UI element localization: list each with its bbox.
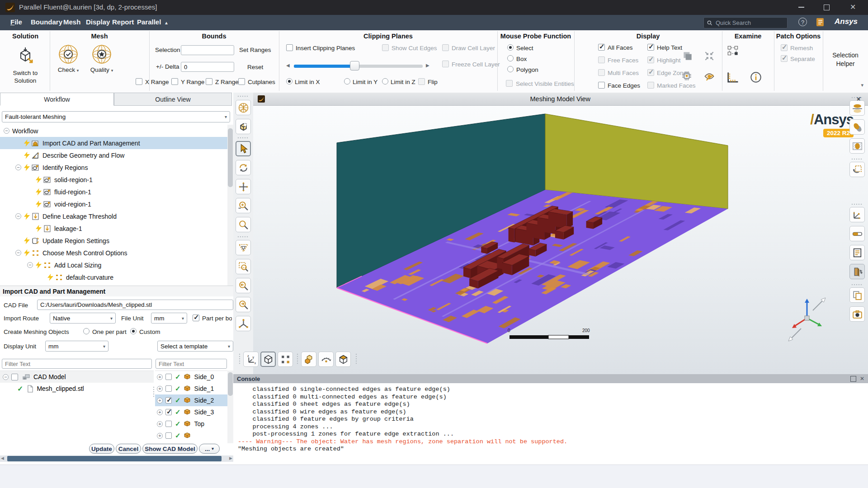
- collapse-icon[interactable]: −: [15, 250, 21, 256]
- collapse-icon[interactable]: −: [15, 213, 21, 219]
- cad-model-checkbox[interactable]: [11, 374, 18, 380]
- draw-cell-layer-checkbox[interactable]: [442, 44, 449, 51]
- face-edges-checkbox[interactable]: [598, 82, 605, 89]
- limit-in-x-radio[interactable]: [286, 78, 292, 84]
- tool-zoom-probe-icon[interactable]: [236, 217, 251, 232]
- object-checkbox[interactable]: [165, 432, 172, 439]
- tool-zoom-box-icon[interactable]: [236, 259, 251, 274]
- clip-slider-track[interactable]: [294, 65, 423, 68]
- tab-workflow[interactable]: Workflow: [0, 93, 114, 106]
- expand-icon[interactable]: +: [157, 374, 163, 380]
- set-ranges-button[interactable]: Set Ranges: [239, 47, 271, 53]
- button-show-cad-model[interactable]: Show CAD Model: [142, 444, 198, 454]
- expand-icon[interactable]: +: [157, 409, 163, 415]
- tool-axes-box-icon[interactable]: [236, 119, 251, 134]
- tool-cube-face-icon[interactable]: [335, 352, 351, 367]
- maximize-button[interactable]: [824, 5, 830, 10]
- mesh-quality-button[interactable]: Quality ▾: [87, 44, 117, 73]
- flip-checkbox[interactable]: [418, 78, 425, 85]
- tree-item-add-local-sizing[interactable]: −Add Local Sizing: [0, 259, 227, 271]
- tool-select-cursor-icon[interactable]: [236, 141, 251, 156]
- object-row-side_1[interactable]: +✓Side_1: [155, 383, 227, 394]
- objects-filter-input[interactable]: [156, 359, 227, 369]
- all-faces-checkbox[interactable]: [598, 44, 605, 51]
- tool-mesh-display-icon[interactable]: [236, 100, 251, 115]
- copy-zones-icon[interactable]: [682, 50, 693, 64]
- workflow-tree-scrollbar[interactable]: [227, 125, 233, 286]
- probe-box-radio[interactable]: [507, 55, 514, 61]
- template-select[interactable]: Select a template▾: [157, 341, 233, 352]
- journal-icon[interactable]: [815, 17, 826, 28]
- panel-h-scrollbar[interactable]: ◀ ▶: [0, 455, 233, 462]
- help-icon[interactable]: ?: [798, 18, 807, 26]
- expand-icon[interactable]: +: [157, 398, 163, 404]
- tool-view-xyz-icon[interactable]: zxy: [243, 352, 259, 367]
- tool-surface-probe-icon[interactable]: [236, 240, 251, 255]
- tab-outline-view[interactable]: Outline View: [114, 93, 232, 106]
- expand-icon[interactable]: +: [157, 386, 163, 392]
- limit-in-z-radio[interactable]: [382, 78, 388, 84]
- button-cancel[interactable]: Cancel: [116, 444, 141, 454]
- probe-polygon-radio[interactable]: [507, 66, 514, 72]
- cad-file-input[interactable]: [37, 300, 233, 310]
- part-per-body-checkbox[interactable]: [193, 314, 199, 321]
- tree-item-default-curvature[interactable]: default-curvature: [0, 271, 227, 283]
- compress-view-icon[interactable]: [703, 50, 715, 64]
- chip-display-icon[interactable]: [681, 70, 693, 84]
- quick-search-box[interactable]: Quick Search: [703, 17, 788, 28]
- tool-compare-zones-icon[interactable]: [849, 264, 865, 279]
- tool-iso-cube-icon[interactable]: [260, 352, 276, 367]
- tool-perspective-icon[interactable]: [318, 352, 334, 367]
- selection-helper-button[interactable]: Selection Helper ▾: [824, 31, 867, 91]
- tool-mirror-icon[interactable]: [849, 100, 865, 116]
- menu-parallel[interactable]: Parallel: [137, 18, 161, 26]
- graphics-scene[interactable]: 0200: [253, 93, 868, 374]
- tool-previous-view-icon[interactable]: [236, 278, 251, 293]
- object-checkbox[interactable]: [165, 397, 172, 404]
- menu-file[interactable]: File: [10, 18, 22, 26]
- marked-faces-checkbox[interactable]: [647, 82, 654, 89]
- collapse-ribbon-icon[interactable]: ▲: [164, 20, 169, 25]
- tool-copy-cubes-icon[interactable]: [301, 352, 316, 367]
- menu-mesh[interactable]: Mesh: [63, 18, 80, 26]
- tree-item-workflow[interactable]: −Workflow: [0, 125, 227, 137]
- object-list-scrollbar[interactable]: [227, 371, 233, 443]
- object-checkbox[interactable]: [165, 374, 172, 380]
- workflow-type-select[interactable]: Fault-tolerant Meshing▾: [2, 111, 230, 122]
- tree-item-import-cad-and-part-management[interactable]: Import CAD and Part Management: [0, 137, 227, 149]
- tree-item-identify-regions[interactable]: −Identify Regions: [0, 161, 227, 174]
- menu-report[interactable]: Report: [112, 18, 134, 26]
- mesh-check-button[interactable]: Check ▾: [53, 44, 83, 73]
- import-route-select[interactable]: Native▾: [50, 313, 116, 324]
- tree-item-leakage-1[interactable]: leakage-1: [0, 222, 227, 235]
- object-row-side_2[interactable]: +✓Side_2: [155, 394, 227, 406]
- menu-display[interactable]: Display: [86, 18, 110, 26]
- object-checkbox[interactable]: [165, 421, 172, 427]
- y-range-checkbox[interactable]: [171, 78, 178, 85]
- node-select-icon[interactable]: [726, 45, 740, 58]
- close-button[interactable]: ✕: [850, 3, 856, 11]
- object-row-side_3[interactable]: +✓Side_3: [155, 406, 227, 418]
- display-unit-select[interactable]: mm▾: [45, 341, 108, 352]
- object-checkbox[interactable]: [165, 385, 172, 392]
- tool-restore-zone-icon[interactable]: [849, 162, 865, 177]
- reset-button[interactable]: Reset: [247, 64, 263, 70]
- info-icon[interactable]: [750, 71, 762, 85]
- collapse-icon[interactable]: −: [4, 128, 9, 134]
- expand-icon[interactable]: +: [157, 433, 163, 439]
- scroll-left-arrow-icon[interactable]: ◀: [1, 456, 4, 460]
- cad-filter-input[interactable]: [2, 359, 152, 369]
- tool-report-icon[interactable]: [849, 245, 865, 260]
- slider-left-arrow-icon[interactable]: ◀: [286, 63, 290, 68]
- freeze-cell-layer-checkbox[interactable]: [442, 61, 449, 67]
- button-update[interactable]: Update: [89, 444, 114, 454]
- cad-file-row[interactable]: ✓ Mesh_clipped.stl: [0, 383, 154, 394]
- ruler-icon[interactable]: [726, 71, 740, 86]
- collapse-icon[interactable]: −: [3, 374, 9, 380]
- tool-zoom-in-out-icon[interactable]: [236, 198, 251, 213]
- tool-rotate-view-icon[interactable]: [236, 160, 251, 175]
- insert-clipping-planes-checkbox[interactable]: [286, 44, 293, 51]
- tool-axis-triad-icon[interactable]: [236, 316, 251, 331]
- help-text-checkbox[interactable]: [647, 44, 654, 51]
- free-faces-checkbox[interactable]: [598, 56, 605, 63]
